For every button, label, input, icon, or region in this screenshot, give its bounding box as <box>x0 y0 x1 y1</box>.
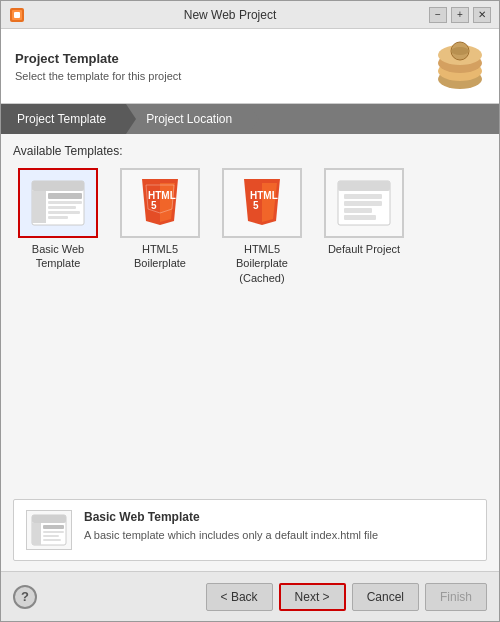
window-title: New Web Project <box>31 8 429 22</box>
html5-cached-icon: HTML 5 <box>240 179 284 227</box>
template-thumb-html5[interactable]: HTML 5 <box>120 168 200 238</box>
templates-grid: Basic WebTemplate HTML 5 HTML5Boilerplat… <box>13 168 487 285</box>
svg-rect-30 <box>344 215 376 220</box>
description-icon <box>31 514 67 546</box>
svg-rect-10 <box>32 181 84 191</box>
tab-arrow-outer <box>249 104 259 134</box>
svg-rect-26 <box>338 181 390 191</box>
next-button[interactable]: Next > <box>279 583 346 611</box>
svg-rect-32 <box>32 515 66 523</box>
tab-project-template[interactable]: Project Template <box>1 104 126 134</box>
template-thumb-default[interactable] <box>324 168 404 238</box>
svg-text:5: 5 <box>253 200 259 211</box>
window-controls[interactable]: − + ✕ <box>429 7 491 23</box>
svg-rect-15 <box>48 211 80 214</box>
template-label-html5-cached: HTML5Boilerplate(Cached) <box>236 242 288 285</box>
title-bar: New Web Project − + ✕ <box>1 1 499 29</box>
header-icon <box>435 41 485 91</box>
svg-rect-13 <box>48 201 82 204</box>
svg-rect-27 <box>344 194 382 199</box>
svg-rect-33 <box>32 523 41 545</box>
description-title: Basic Web Template <box>84 510 378 524</box>
default-project-icon <box>336 179 392 227</box>
header-title: Project Template <box>15 51 181 66</box>
template-html5-cached[interactable]: HTML 5 HTML5Boilerplate(Cached) <box>217 168 307 285</box>
help-button[interactable]: ? <box>13 585 37 609</box>
description-thumb <box>26 510 72 550</box>
description-body: A basic template which includes only a d… <box>84 528 378 543</box>
header-text: Project Template Select the template for… <box>15 51 181 82</box>
back-button[interactable]: < Back <box>206 583 273 611</box>
available-label: Available Templates: <box>13 144 487 158</box>
tab-bar: Project Template Project Location <box>1 104 499 134</box>
description-text: Basic Web Template A basic template whic… <box>84 510 378 543</box>
svg-rect-34 <box>43 525 64 529</box>
svg-rect-14 <box>48 206 76 209</box>
action-buttons: < Back Next > Cancel Finish <box>206 583 487 611</box>
app-icon <box>9 7 25 23</box>
template-basic-web[interactable]: Basic WebTemplate <box>13 168 103 285</box>
svg-rect-2 <box>14 12 20 18</box>
header-area: Project Template Select the template for… <box>1 29 499 104</box>
svg-rect-28 <box>344 201 382 206</box>
tab-arrow <box>126 104 136 134</box>
template-label-html5: HTML5Boilerplate <box>134 242 186 271</box>
html5-boilerplate-icon: HTML 5 <box>138 179 182 227</box>
svg-rect-37 <box>43 539 61 541</box>
bottom-bar: ? < Back Next > Cancel Finish <box>1 571 499 621</box>
template-label-default: Default Project <box>328 242 400 256</box>
description-area: Basic Web Template A basic template whic… <box>13 499 487 561</box>
svg-rect-35 <box>43 531 64 533</box>
template-label-basic-web: Basic WebTemplate <box>32 242 84 271</box>
cancel-button[interactable]: Cancel <box>352 583 419 611</box>
minimize-button[interactable]: − <box>429 7 447 23</box>
template-thumb-basic-web[interactable] <box>18 168 98 238</box>
basic-web-template-icon <box>30 179 86 227</box>
template-default-project[interactable]: Default Project <box>319 168 409 285</box>
tab-project-location[interactable]: Project Location <box>126 104 248 134</box>
header-subtitle: Select the template for this project <box>15 70 181 82</box>
svg-text:5: 5 <box>151 200 157 211</box>
svg-rect-11 <box>32 191 46 223</box>
svg-point-8 <box>451 47 469 55</box>
svg-rect-36 <box>43 535 59 537</box>
finish-button[interactable]: Finish <box>425 583 487 611</box>
maximize-button[interactable]: + <box>451 7 469 23</box>
svg-rect-12 <box>48 193 82 199</box>
spacer <box>13 285 487 499</box>
template-thumb-html5-cached[interactable]: HTML 5 <box>222 168 302 238</box>
template-html5-boilerplate[interactable]: HTML 5 HTML5Boilerplate <box>115 168 205 285</box>
content-area: Available Templates: Basic WebTemplate <box>1 134 499 571</box>
svg-rect-16 <box>48 216 68 219</box>
close-button[interactable]: ✕ <box>473 7 491 23</box>
svg-rect-29 <box>344 208 372 213</box>
